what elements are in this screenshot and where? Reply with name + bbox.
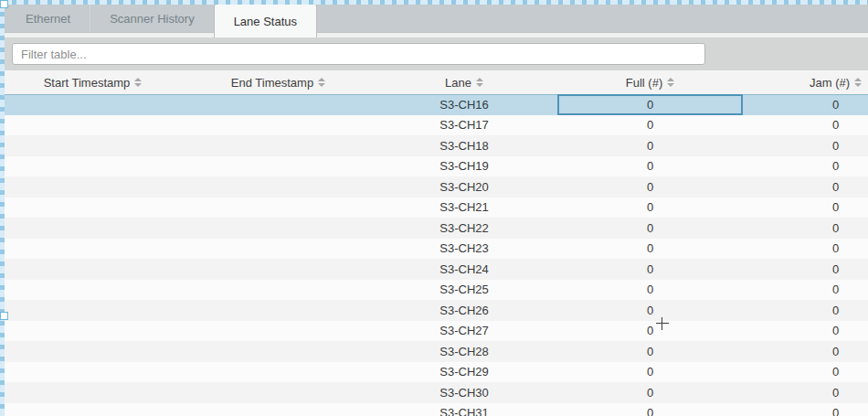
cell-lane[interactable]: S3-CH29 (371, 362, 557, 383)
cell-start[interactable] (0, 382, 185, 403)
table-row[interactable]: S3-CH2200 (0, 218, 868, 239)
cell-end[interactable] (185, 403, 371, 416)
cell-end[interactable] (185, 321, 371, 342)
cell-start[interactable] (0, 115, 185, 136)
sort-arrows-icon[interactable] (134, 78, 142, 87)
table-row[interactable]: S3-CH2700 (0, 321, 868, 342)
cell-end[interactable] (185, 362, 371, 383)
cell-full[interactable]: 0 (557, 135, 743, 156)
cell-lane[interactable]: S3-CH31 (371, 403, 557, 416)
cell-full[interactable]: 0 (557, 239, 743, 260)
table-row[interactable]: S3-CH1700 (0, 115, 868, 136)
cell-start[interactable] (0, 259, 185, 280)
selection-handle-middle-left[interactable] (0, 312, 8, 320)
cell-lane[interactable]: S3-CH24 (371, 259, 557, 280)
cell-jam[interactable]: 0 (743, 156, 868, 177)
table-row[interactable]: S3-CH2100 (0, 197, 868, 219)
column-header-start-timestamp[interactable]: Start Timestamp (0, 70, 185, 94)
cell-start[interactable] (0, 341, 185, 362)
table-row[interactable]: S3-CH2000 (0, 176, 868, 197)
table-row[interactable]: S3-CH2600 (0, 300, 868, 321)
column-header-full[interactable]: Full (#) (557, 70, 743, 94)
sort-arrows-icon[interactable] (667, 78, 674, 87)
cell-start[interactable] (0, 156, 185, 177)
cell-full[interactable]: 0 (557, 382, 743, 403)
table-row[interactable]: S3-CH2800 (0, 341, 868, 362)
column-header-jam[interactable]: Jam (#) (743, 70, 868, 94)
cell-start[interactable] (0, 197, 185, 219)
cell-lane[interactable]: S3-CH27 (371, 321, 557, 342)
cell-lane[interactable]: S3-CH28 (371, 341, 557, 362)
cell-jam[interactable]: 0 (743, 239, 868, 260)
cell-full[interactable]: 0 (557, 218, 743, 239)
cell-full[interactable]: 0 (557, 321, 743, 342)
cell-end[interactable] (185, 341, 371, 362)
cell-jam[interactable]: 0 (743, 403, 868, 416)
cell-jam[interactable]: 0 (743, 382, 868, 403)
cell-lane[interactable]: S3-CH18 (371, 135, 557, 156)
cell-full[interactable]: 0 (557, 156, 743, 177)
cell-end[interactable] (185, 156, 371, 177)
cell-jam[interactable]: 0 (743, 94, 868, 115)
cell-end[interactable] (185, 239, 371, 260)
sort-arrows-icon[interactable] (476, 78, 483, 87)
cell-start[interactable] (0, 135, 185, 156)
cell-jam[interactable]: 0 (743, 362, 868, 383)
cell-end[interactable] (185, 135, 371, 156)
cell-full[interactable]: 0 (557, 403, 743, 416)
cell-end[interactable] (185, 300, 371, 321)
cell-jam[interactable]: 0 (743, 115, 868, 136)
cell-start[interactable] (0, 239, 185, 260)
tab-ethernet[interactable]: Ethernet (6, 5, 90, 32)
cell-end[interactable] (185, 280, 371, 301)
cell-end[interactable] (185, 259, 371, 280)
cell-jam[interactable]: 0 (743, 341, 868, 362)
cell-jam[interactable]: 0 (743, 197, 868, 219)
cell-full[interactable]: 0 (557, 300, 743, 321)
cell-full[interactable]: 0 (557, 176, 743, 197)
cell-start[interactable] (0, 403, 185, 416)
cell-jam[interactable]: 0 (743, 218, 868, 239)
cell-lane[interactable]: S3-CH25 (371, 280, 557, 301)
cell-end[interactable] (185, 176, 371, 197)
table-row[interactable]: S3-CH2300 (0, 239, 868, 260)
cell-jam[interactable]: 0 (743, 259, 868, 280)
cell-full[interactable]: 0 (557, 115, 743, 136)
cell-full[interactable]: 0 (557, 280, 743, 301)
cell-full[interactable]: 0 (557, 259, 743, 280)
cell-lane[interactable]: S3-CH23 (371, 239, 557, 260)
cell-end[interactable] (185, 115, 371, 136)
cell-start[interactable] (0, 218, 185, 239)
cell-start[interactable] (0, 176, 185, 197)
cell-jam[interactable]: 0 (743, 176, 868, 197)
cell-full[interactable]: 0 (557, 94, 743, 115)
cell-jam[interactable]: 0 (743, 300, 868, 321)
cell-end[interactable] (185, 197, 371, 219)
cell-end[interactable] (185, 218, 371, 239)
cell-end[interactable] (185, 382, 371, 403)
cell-lane[interactable]: S3-CH17 (371, 115, 557, 136)
selection-handle-top-left[interactable] (0, 0, 8, 8)
cell-end[interactable] (185, 94, 371, 115)
filter-table-input[interactable] (12, 43, 705, 65)
table-row[interactable]: S3-CH1900 (0, 156, 868, 177)
table-row[interactable]: S3-CH2500 (0, 280, 868, 301)
table-row[interactable]: S3-CH2400 (0, 259, 868, 280)
table-row[interactable]: S3-CH1800 (0, 135, 868, 156)
cell-start[interactable] (0, 362, 185, 383)
cell-lane[interactable]: S3-CH20 (371, 176, 557, 197)
cell-start[interactable] (0, 321, 185, 342)
cell-jam[interactable]: 0 (743, 280, 868, 301)
table-row[interactable]: S3-CH3000 (0, 382, 868, 403)
cell-start[interactable] (0, 280, 185, 301)
table-row[interactable]: S3-CH2900 (0, 362, 868, 383)
table-row[interactable]: S3-CH1600 (0, 94, 868, 115)
cell-lane[interactable]: S3-CH30 (371, 382, 557, 403)
cell-jam[interactable]: 0 (743, 321, 868, 342)
cell-start[interactable] (0, 94, 185, 115)
cell-lane[interactable]: S3-CH26 (371, 300, 557, 321)
cell-full[interactable]: 0 (557, 362, 743, 383)
cell-full[interactable]: 0 (557, 341, 743, 362)
cell-lane[interactable]: S3-CH22 (371, 218, 557, 239)
cell-lane[interactable]: S3-CH19 (371, 156, 557, 177)
